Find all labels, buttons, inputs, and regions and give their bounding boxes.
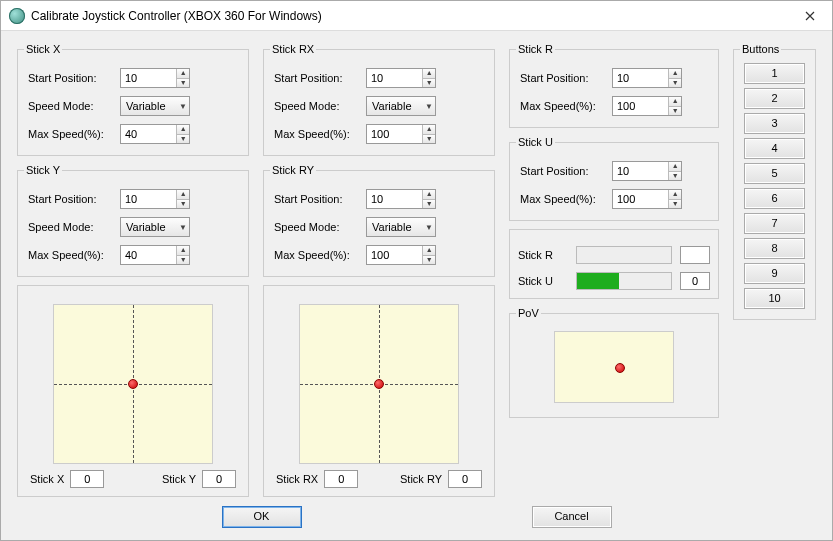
stick-rx-speed-mode-select[interactable]: Variable ▼ xyxy=(366,96,436,116)
spin-up-icon[interactable]: ▲ xyxy=(423,246,435,256)
controller-button-7[interactable]: 7 xyxy=(744,213,805,234)
spin-down-icon[interactable]: ▼ xyxy=(423,79,435,88)
controller-button-1[interactable]: 1 xyxy=(744,63,805,84)
controller-button-4[interactable]: 4 xyxy=(744,138,805,159)
cancel-button[interactable]: Cancel xyxy=(532,506,612,528)
stick-r-start-position-spinner[interactable]: ▲▼ xyxy=(612,68,682,88)
stick-rx-start-position-input[interactable] xyxy=(367,69,422,87)
group-stick-y: Stick Y Start Position: ▲▼ Speed Mode: V… xyxy=(17,164,249,277)
spin-down-icon[interactable]: ▼ xyxy=(423,200,435,209)
bar-u xyxy=(576,272,672,290)
stick-ry-speed-mode-select[interactable]: Variable ▼ xyxy=(366,217,436,237)
stick-y-start-position-spinner[interactable]: ▲▼ xyxy=(120,189,190,209)
stick-x-speed-mode-select[interactable]: Variable ▼ xyxy=(120,96,190,116)
dialog-footer: OK Cancel xyxy=(1,506,832,528)
controller-button-5[interactable]: 5 xyxy=(744,163,805,184)
controller-button-2[interactable]: 2 xyxy=(744,88,805,109)
chevron-down-icon: ▼ xyxy=(179,223,187,232)
spin-up-icon[interactable]: ▲ xyxy=(423,190,435,200)
spin-down-icon[interactable]: ▼ xyxy=(177,135,189,144)
spin-up-icon[interactable]: ▲ xyxy=(423,69,435,79)
label-start-position: Start Position: xyxy=(28,193,120,205)
label-max-speed: Max Speed(%): xyxy=(520,100,612,112)
spin-down-icon[interactable]: ▼ xyxy=(177,256,189,265)
spin-down-icon[interactable]: ▼ xyxy=(423,135,435,144)
spin-up-icon[interactable]: ▲ xyxy=(669,97,681,107)
ok-button[interactable]: OK xyxy=(222,506,302,528)
xy-pad[interactable] xyxy=(53,304,213,464)
legend-stick-y: Stick Y xyxy=(24,164,62,176)
select-value: Variable xyxy=(126,221,166,233)
stick-u-max-speed-spinner[interactable]: ▲▼ xyxy=(612,189,682,209)
legend-stick-x: Stick X xyxy=(24,43,62,55)
stick-r-start-position-input[interactable] xyxy=(613,69,668,87)
label-start-position: Start Position: xyxy=(520,72,612,84)
chevron-down-icon: ▼ xyxy=(425,223,433,232)
legend-stick-r: Stick R xyxy=(516,43,555,55)
label-speed-mode: Speed Mode: xyxy=(28,221,120,233)
chevron-down-icon: ▼ xyxy=(179,102,187,111)
close-button[interactable] xyxy=(788,1,832,31)
label-max-speed: Max Speed(%): xyxy=(274,128,366,140)
stick-y-start-position-input[interactable] xyxy=(121,190,176,208)
spin-down-icon[interactable]: ▼ xyxy=(669,107,681,116)
stick-ry-max-speed-input[interactable] xyxy=(367,246,422,264)
window-title: Calibrate Joystick Controller (XBOX 360 … xyxy=(31,9,788,23)
rxy-dot-icon xyxy=(374,379,384,389)
controller-button-9[interactable]: 9 xyxy=(744,263,805,284)
bar-r-label: Stick R xyxy=(518,249,568,261)
stick-ry-start-position-spinner[interactable]: ▲▼ xyxy=(366,189,436,209)
stick-ry-max-speed-spinner[interactable]: ▲▼ xyxy=(366,245,436,265)
controller-button-10[interactable]: 10 xyxy=(744,288,805,309)
spin-down-icon[interactable]: ▼ xyxy=(669,172,681,181)
app-icon xyxy=(9,8,25,24)
stick-u-start-position-spinner[interactable]: ▲▼ xyxy=(612,161,682,181)
stick-r-max-speed-spinner[interactable]: ▲▼ xyxy=(612,96,682,116)
spin-up-icon[interactable]: ▲ xyxy=(177,125,189,135)
label-start-position: Start Position: xyxy=(520,165,612,177)
stick-y-max-speed-input[interactable] xyxy=(121,246,176,264)
spin-down-icon[interactable]: ▼ xyxy=(669,200,681,209)
stick-ry-start-position-input[interactable] xyxy=(367,190,422,208)
stick-y-speed-mode-select[interactable]: Variable ▼ xyxy=(120,217,190,237)
rxy-pad[interactable] xyxy=(299,304,459,464)
select-value: Variable xyxy=(126,100,166,112)
stick-rx-start-position-spinner[interactable]: ▲▼ xyxy=(366,68,436,88)
controller-button-8[interactable]: 8 xyxy=(744,238,805,259)
spin-down-icon[interactable]: ▼ xyxy=(177,200,189,209)
legend-stick-ry: Stick RY xyxy=(270,164,316,176)
spin-up-icon[interactable]: ▲ xyxy=(669,162,681,172)
rxy-plot-container: Stick RX 0 Stick RY 0 xyxy=(263,285,495,497)
spin-up-icon[interactable]: ▲ xyxy=(177,69,189,79)
spin-down-icon[interactable]: ▼ xyxy=(177,79,189,88)
stick-u-start-position-input[interactable] xyxy=(613,162,668,180)
stick-x-max-speed-spinner[interactable]: ▲▼ xyxy=(120,124,190,144)
bars-container: Stick R Stick U 0 xyxy=(509,229,719,299)
stick-r-max-speed-input[interactable] xyxy=(613,97,668,115)
pov-pad[interactable] xyxy=(554,331,674,403)
spin-up-icon[interactable]: ▲ xyxy=(177,190,189,200)
legend-stick-u: Stick U xyxy=(516,136,555,148)
controller-button-3[interactable]: 3 xyxy=(744,113,805,134)
controller-button-6[interactable]: 6 xyxy=(744,188,805,209)
legend-buttons: Buttons xyxy=(740,43,781,55)
spin-up-icon[interactable]: ▲ xyxy=(669,69,681,79)
stick-rx-max-speed-spinner[interactable]: ▲▼ xyxy=(366,124,436,144)
label-max-speed: Max Speed(%): xyxy=(520,193,612,205)
stick-u-max-speed-input[interactable] xyxy=(613,190,668,208)
stick-x-max-speed-input[interactable] xyxy=(121,125,176,143)
chevron-down-icon: ▼ xyxy=(425,102,433,111)
label-speed-mode: Speed Mode: xyxy=(274,221,366,233)
spin-down-icon[interactable]: ▼ xyxy=(423,256,435,265)
group-stick-ry: Stick RY Start Position: ▲▼ Speed Mode: … xyxy=(263,164,495,277)
group-buttons: Buttons 12345678910 xyxy=(733,43,816,320)
spin-up-icon[interactable]: ▲ xyxy=(423,125,435,135)
readout-rx-value: 0 xyxy=(324,470,358,488)
stick-x-start-position-spinner[interactable]: ▲▼ xyxy=(120,68,190,88)
stick-y-max-speed-spinner[interactable]: ▲▼ xyxy=(120,245,190,265)
stick-x-start-position-input[interactable] xyxy=(121,69,176,87)
spin-up-icon[interactable]: ▲ xyxy=(177,246,189,256)
spin-down-icon[interactable]: ▼ xyxy=(669,79,681,88)
stick-rx-max-speed-input[interactable] xyxy=(367,125,422,143)
spin-up-icon[interactable]: ▲ xyxy=(669,190,681,200)
